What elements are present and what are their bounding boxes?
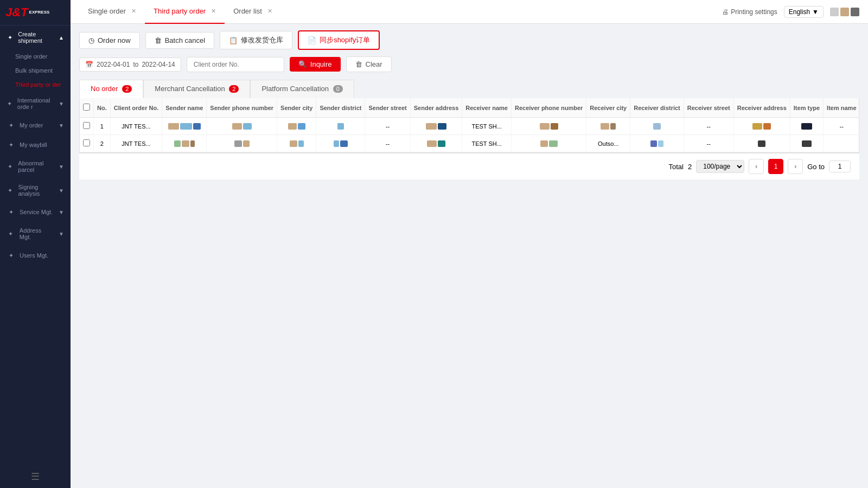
- topbar: Single order ✕ Third party order ✕ Order…: [71, 0, 868, 24]
- tab-platform-cancellation[interactable]: Platform Cancellation 0: [250, 80, 354, 98]
- theme-dot-2[interactable]: [840, 8, 849, 16]
- table-row: 1 JNT TES... -- TEST SH... -- -- 若代 View: [80, 118, 859, 135]
- search-bar: 📅 2022-04-01 to 2022-04-14 🔍 Inquire 🗑 C…: [79, 56, 859, 72]
- header-sender-city: Sender city: [277, 98, 316, 118]
- theme-dot-1[interactable]: [830, 8, 839, 16]
- waybill-icon: ✦: [7, 140, 15, 149]
- header-sender-name: Sender name: [162, 98, 207, 118]
- table-header-row: No. Client order No. Sender name Sender …: [80, 98, 859, 118]
- date-to[interactable]: 2022-04-14: [142, 61, 175, 68]
- main-content: Single order ✕ Third party order ✕ Order…: [71, 0, 868, 488]
- sidebar-sub-label: Single order: [15, 53, 47, 60]
- sidebar-item-single-order[interactable]: Single order: [0, 49, 71, 63]
- cell-item-name: --: [824, 118, 859, 135]
- close-single-order[interactable]: ✕: [131, 8, 136, 15]
- sync-icon: 📄: [308, 36, 316, 44]
- sidebar-item-address-mgt[interactable]: ✦ Address Mgt. ▼: [0, 222, 71, 246]
- logo-jt-text: J&T: [5, 7, 28, 18]
- sidebar-item-label: Abnormal parcel: [18, 160, 54, 173]
- chevron-down-icon4: ▼: [59, 188, 64, 194]
- tab-single-order[interactable]: Single order ✕: [79, 0, 145, 24]
- orders-table: No. Client order No. Sender name Sender …: [80, 98, 859, 152]
- close-order-list[interactable]: ✕: [267, 8, 272, 15]
- batch-cancel-button[interactable]: 🗑 Batch cancel: [145, 32, 214, 49]
- clear-button[interactable]: 🗑 Clear: [346, 56, 392, 72]
- header-receiver-address: Receiver address: [733, 98, 790, 118]
- print-settings-button[interactable]: 🖨 Printing settings: [722, 8, 777, 16]
- date-range-separator: to: [133, 61, 138, 68]
- total-label: Total: [669, 163, 684, 171]
- page-1-button[interactable]: 1: [768, 159, 783, 174]
- tab-no-order[interactable]: No order 2: [79, 80, 143, 98]
- select-all-checkbox[interactable]: [83, 104, 90, 111]
- sidebar-item-international-order[interactable]: ✦ International orde r ▼: [0, 92, 71, 115]
- sidebar-item-my-order[interactable]: ✦ My order ▼: [0, 115, 71, 135]
- sidebar-item-create-shipment[interactable]: ✦ Create shipment ▲: [0, 25, 71, 49]
- signing-icon: ✦: [7, 186, 14, 195]
- logo: J&T EXPRESS: [0, 0, 71, 25]
- client-order-no-input[interactable]: [187, 57, 284, 72]
- theme-dot-3[interactable]: [851, 8, 859, 16]
- sidebar-item-service-mgt[interactable]: ✦ Service Mgt. ▼: [0, 202, 71, 222]
- cell-item-type: [790, 135, 823, 152]
- prev-page-button[interactable]: ‹: [749, 159, 764, 174]
- chevron-down-icon5: ▼: [59, 209, 64, 215]
- pagination-bar: Total 2 100/page 50/page 20/page ‹ 1 › G…: [79, 153, 859, 179]
- table-row: 2 JNT TES... -- TEST SH... Outso... -- 1…: [80, 135, 859, 152]
- chevron-down-icon: ▼: [59, 101, 64, 107]
- sidebar-item-my-waybill[interactable]: ✦ My waybill: [0, 135, 71, 155]
- sidebar-item-label: Service Mgt.: [20, 209, 53, 215]
- service-icon: ✦: [7, 208, 15, 216]
- chevron-down-icon6: ▼: [59, 231, 64, 237]
- international-order-icon: ✦: [7, 99, 13, 108]
- next-page-button[interactable]: ›: [788, 159, 803, 174]
- sidebar-item-bulk-shipment[interactable]: Bulk shipment: [0, 63, 71, 78]
- cell-receiver-name: TEST SH...: [462, 118, 512, 135]
- inquire-button[interactable]: 🔍 Inquire: [290, 57, 341, 72]
- sidebar-sub-label: Third party or der: [15, 81, 61, 88]
- tab-order-list[interactable]: Order list ✕: [225, 0, 281, 24]
- cell-client-order-no: JNT TES...: [110, 135, 162, 152]
- sidebar-item-abnormal-parcel[interactable]: ✦ Abnormal parcel ▼: [0, 155, 71, 178]
- sidebar-item-users-mgt[interactable]: ✦ Users Mgt.: [0, 246, 71, 265]
- cell-sender-district: [316, 118, 365, 135]
- chevron-down-icon2: ▼: [59, 123, 64, 129]
- content-area: ◷ Order now 🗑 Batch cancel 📋 修改发货仓库 📄 同步…: [71, 24, 868, 488]
- cell-receiver-address: [733, 135, 790, 152]
- cell-sender-city: [277, 118, 316, 135]
- language-select[interactable]: English ▼: [784, 6, 824, 18]
- sync-shopify-button[interactable]: 📄 同步shopify订单: [298, 30, 380, 50]
- row-checkbox-cell: [80, 118, 94, 135]
- row-checkbox-cell: [80, 135, 94, 152]
- cell-receiver-address: [733, 118, 790, 135]
- date-from[interactable]: 2022-04-01: [97, 61, 130, 68]
- order-tabs: No order 2 Merchant Cancellation 2 Platf…: [79, 80, 859, 98]
- sidebar-item-signing-analysis[interactable]: ✦ Signing analysis ▼: [0, 178, 71, 202]
- row-checkbox[interactable]: [83, 139, 90, 146]
- tab-merchant-cancellation[interactable]: Merchant Cancellation 2: [143, 80, 250, 98]
- my-order-icon: ✦: [7, 121, 15, 130]
- cell-sender-city: [277, 135, 316, 152]
- modify-warehouse-button[interactable]: 📋 修改发货仓库: [220, 31, 292, 49]
- chevron-up-icon: ▲: [59, 35, 64, 41]
- date-range-picker[interactable]: 📅 2022-04-01 to 2022-04-14: [79, 57, 181, 72]
- chevron-down-icon3: ▼: [59, 164, 64, 170]
- cell-sender-phone: [207, 135, 277, 152]
- cell-sender-name: [162, 135, 207, 152]
- sidebar: J&T EXPRESS ✦ Create shipment ▲ Single o…: [0, 0, 71, 488]
- page-size-select[interactable]: 100/page 50/page 20/page: [696, 160, 744, 173]
- menu-icon[interactable]: ☰: [31, 471, 40, 483]
- sidebar-item-label: My waybill: [20, 142, 47, 148]
- goto-input[interactable]: [829, 160, 851, 172]
- tab-third-party-order[interactable]: Third party order ✕: [145, 0, 225, 24]
- create-shipment-icon: ✦: [7, 33, 14, 42]
- platform-cancel-badge: 0: [333, 85, 343, 93]
- close-third-party-order[interactable]: ✕: [211, 8, 216, 15]
- header-sender-district: Sender district: [316, 98, 365, 118]
- row-checkbox[interactable]: [83, 122, 90, 129]
- order-now-button[interactable]: ◷ Order now: [79, 32, 140, 49]
- cell-sender-address: [410, 118, 462, 135]
- header-item-type: Item type: [790, 98, 823, 118]
- sidebar-item-third-party-order[interactable]: Third party or der: [0, 78, 71, 92]
- sidebar-item-label: My order: [20, 122, 43, 129]
